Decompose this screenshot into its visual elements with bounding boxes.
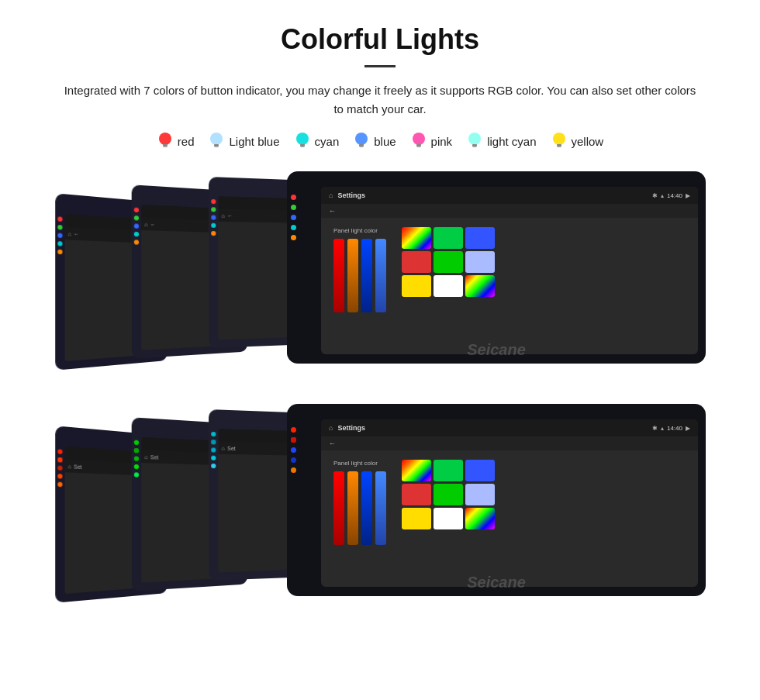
main-btn-blue bbox=[291, 215, 296, 220]
title-divider bbox=[364, 65, 396, 67]
side-buttons-1 bbox=[57, 216, 62, 254]
b-grid-red bbox=[402, 484, 431, 505]
b-grid-blue bbox=[465, 460, 495, 481]
svg-rect-5 bbox=[215, 147, 219, 148]
bar-red bbox=[333, 239, 344, 312]
b-main-btn-blue bbox=[291, 447, 296, 453]
b-color-bars-container bbox=[333, 471, 386, 545]
side-btn-orange-1 bbox=[57, 250, 62, 255]
grid-green bbox=[434, 227, 463, 249]
grid-red bbox=[402, 251, 431, 273]
svg-rect-2 bbox=[163, 147, 167, 148]
side-btn-orange-3 bbox=[211, 231, 216, 236]
color-indicators-row: red Light blue cyan bbox=[31, 133, 729, 150]
b-bar-red bbox=[333, 471, 344, 545]
bluetooth-icon: ✱ bbox=[652, 192, 658, 199]
color-item-red: red bbox=[157, 133, 195, 150]
b-grid-rainbow bbox=[402, 460, 431, 481]
color-item-blue: blue bbox=[353, 133, 396, 150]
b-side-btn-shape-2 bbox=[134, 448, 139, 453]
color-label-red: red bbox=[178, 135, 195, 148]
b-topbar-left: ⌂ Settings bbox=[329, 424, 365, 432]
top-device-row: ⌂ ← ⌂ ← bbox=[31, 171, 729, 388]
bar-lightblue bbox=[375, 239, 386, 312]
b-grid-lightblue bbox=[465, 484, 495, 505]
bar-orange bbox=[347, 239, 358, 312]
b-bluetooth-icon: ✱ bbox=[652, 425, 658, 432]
topbar-left: ⌂ Settings bbox=[329, 191, 365, 199]
b-main-side-buttons bbox=[291, 427, 296, 473]
side-btn-cyan-2 bbox=[134, 232, 139, 236]
main-screen-topbar: ⌂ Settings ✱ ▴ 14:40 ▶ bbox=[321, 187, 698, 204]
grid-rainbow2 bbox=[465, 275, 495, 297]
top-device-stack: ⌂ ← ⌂ ← bbox=[54, 171, 706, 388]
b-topbar-right: ✱ ▴ 14:40 ▶ bbox=[652, 425, 690, 432]
color-item-pink: pink bbox=[410, 133, 453, 150]
color-grid-container bbox=[402, 227, 495, 297]
svg-rect-8 bbox=[300, 147, 304, 148]
b-side-btn-5-3 bbox=[211, 464, 216, 468]
b-vol-icon: ▶ bbox=[686, 425, 690, 432]
page-container: Colorful Lights Integrated with 7 colors… bbox=[0, 0, 760, 660]
grid-blue bbox=[465, 227, 495, 249]
main-btn-cyan bbox=[291, 225, 296, 230]
side-btn-blue-1 bbox=[57, 233, 62, 238]
side-btn-red-1 bbox=[57, 216, 62, 222]
b-side-btn-4-2 bbox=[134, 464, 139, 469]
b-grid-green bbox=[434, 460, 463, 481]
color-label-lightcyan: light cyan bbox=[487, 135, 536, 148]
vol-icon: ▶ bbox=[686, 192, 690, 199]
grid-yellow bbox=[402, 275, 431, 297]
b-grid-green2 bbox=[434, 484, 463, 505]
b-side-btn-green-2 bbox=[134, 440, 139, 446]
color-label-yellow: yellow bbox=[572, 135, 604, 148]
side-btn-cyan-3 bbox=[211, 223, 216, 228]
svg-point-9 bbox=[355, 133, 368, 145]
main-screen: ⌂ Settings ✱ ▴ 14:40 ▶ ← bbox=[321, 187, 698, 354]
main-btn-green bbox=[291, 205, 296, 210]
b-main-screen: ⌂ Settings ✱ ▴ 14:40 ▶ ← bbox=[321, 419, 698, 587]
side-btn-cyan-1 bbox=[57, 241, 62, 247]
b-side-btn-dark-1 bbox=[57, 465, 62, 471]
page-title: Colorful Lights bbox=[31, 23, 729, 56]
main-side-buttons bbox=[291, 195, 296, 240]
watermark-bottom: Seicane bbox=[467, 574, 526, 591]
b-home-icon-top: ⌂ bbox=[329, 424, 333, 432]
b-bar-orange bbox=[347, 471, 358, 545]
b-grid-yellow bbox=[402, 508, 431, 529]
b-side-btn-cyan-3 bbox=[211, 432, 216, 436]
grid-rainbow bbox=[402, 227, 431, 249]
side-btn-orange-2 bbox=[134, 240, 139, 244]
side-btn-blue-3 bbox=[211, 215, 216, 219]
b-topbar-time: 14:40 bbox=[667, 425, 682, 432]
b-side-btn-red-1 bbox=[57, 449, 62, 454]
bulb-icon-blue bbox=[353, 133, 370, 150]
svg-point-12 bbox=[413, 133, 425, 145]
b-grid-rainbow2 bbox=[465, 508, 495, 529]
b-panel-light-label: Panel light color bbox=[333, 460, 386, 467]
b-settings-label: Settings bbox=[337, 424, 365, 432]
color-item-yellow: yellow bbox=[551, 133, 604, 150]
topbar-time: 14:40 bbox=[667, 192, 682, 199]
color-label-blue: blue bbox=[374, 135, 396, 148]
b-side-btn-5-2 bbox=[134, 472, 139, 477]
side-btn-blue-2 bbox=[134, 223, 139, 228]
main-btn-orange bbox=[291, 235, 296, 240]
main-device-card: ⌂ Settings ✱ ▴ 14:40 ▶ ← bbox=[287, 171, 706, 364]
b-grid-white bbox=[434, 508, 463, 529]
color-label-cyan: cyan bbox=[315, 135, 340, 148]
svg-rect-14 bbox=[416, 147, 420, 148]
bulb-icon-lightblue bbox=[208, 133, 225, 150]
svg-point-3 bbox=[210, 133, 223, 145]
side-buttons-2 bbox=[134, 208, 139, 245]
panel-light-label: Panel light color bbox=[333, 227, 386, 234]
b-main-nav-bar: ← bbox=[321, 436, 698, 450]
topbar-right: ✱ ▴ 14:40 ▶ bbox=[652, 192, 690, 199]
bulb-icon-cyan bbox=[294, 133, 311, 150]
b-main-device-card: ⌂ Settings ✱ ▴ 14:40 ▶ ← bbox=[287, 404, 706, 596]
b-side-buttons-1 bbox=[57, 449, 62, 487]
side-btn-green-2 bbox=[134, 216, 139, 220]
b-side-btn-4-1 bbox=[57, 474, 62, 479]
svg-rect-11 bbox=[360, 147, 364, 148]
b-side-buttons-2 bbox=[134, 440, 139, 478]
